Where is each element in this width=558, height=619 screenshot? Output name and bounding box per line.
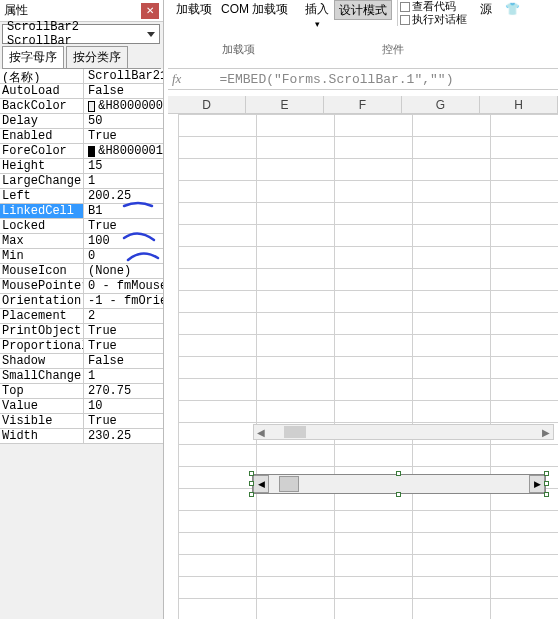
ribbon-run-dialog[interactable]: 执行对话框 — [400, 13, 467, 26]
property-row[interactable]: VisibleTrue — [0, 414, 163, 429]
object-selector-dropdown[interactable]: ScrollBar2 ScrollBar — [2, 24, 160, 44]
resize-handle[interactable] — [544, 481, 549, 486]
property-row[interactable]: Top270.75 — [0, 384, 163, 399]
property-value[interactable]: (None) — [84, 264, 163, 278]
property-value[interactable]: 1 — [84, 174, 163, 188]
property-key: Locked — [0, 219, 84, 233]
property-row[interactable]: Value10 — [0, 399, 163, 414]
property-row[interactable]: LargeChange1 — [0, 174, 163, 189]
ribbon-insert-button[interactable]: 插入▾ — [301, 0, 333, 33]
ribbon-source-button[interactable]: 源 — [476, 0, 496, 18]
property-key: Top — [0, 384, 84, 398]
fx-icon[interactable]: fx — [168, 71, 189, 87]
property-row[interactable]: Height15 — [0, 159, 163, 174]
property-value[interactable]: ScrollBar21 — [84, 69, 163, 83]
sheet-horizontal-scrollbar[interactable]: ◀ ▶ — [253, 424, 554, 440]
scrollbar-body[interactable]: ◀ ▶ — [252, 474, 546, 494]
property-key: LinkedCell — [0, 204, 84, 218]
resize-handle[interactable] — [249, 471, 254, 476]
properties-title-label: 属性 — [4, 2, 28, 19]
chevron-down-icon — [147, 32, 155, 37]
scroll-thumb[interactable] — [284, 426, 306, 438]
property-value[interactable]: 0 - fmMouseP — [84, 279, 163, 293]
property-value[interactable]: 0 — [84, 249, 163, 263]
resize-handle[interactable] — [544, 492, 549, 497]
column-headers: D E F G H — [168, 96, 558, 114]
scroll-track[interactable] — [268, 425, 539, 439]
scrollbar-right-button[interactable]: ▶ — [529, 475, 545, 493]
property-row[interactable]: SmallChange1 — [0, 369, 163, 384]
tab-categorized[interactable]: 按分类序 — [66, 46, 128, 68]
ribbon-expand-button[interactable]: 👕 — [501, 0, 524, 18]
property-row[interactable]: ShadowFalse — [0, 354, 163, 369]
scrollbar-left-button[interactable]: ◀ — [253, 475, 269, 493]
property-value[interactable]: True — [84, 129, 163, 143]
property-value[interactable]: True — [84, 414, 163, 428]
col-header[interactable]: D — [168, 96, 246, 113]
scroll-right-icon[interactable]: ▶ — [539, 425, 553, 439]
property-value[interactable]: B1 — [84, 204, 163, 218]
property-value[interactable]: True — [84, 219, 163, 233]
property-key: Enabled — [0, 129, 84, 143]
property-value[interactable]: 100 — [84, 234, 163, 248]
property-row[interactable]: BackColor&H8000000 — [0, 99, 163, 114]
resize-handle[interactable] — [396, 471, 401, 476]
resize-handle[interactable] — [396, 492, 401, 497]
property-row[interactable]: EnabledTrue — [0, 129, 163, 144]
property-row[interactable]: (名称)ScrollBar21 — [0, 69, 163, 84]
property-value[interactable]: 2 — [84, 309, 163, 323]
property-row[interactable]: LockedTrue — [0, 219, 163, 234]
property-row[interactable]: Orientation-1 - fmOrien — [0, 294, 163, 309]
property-row[interactable]: PrintObjectTrue — [0, 324, 163, 339]
property-value[interactable]: &H8000000 — [84, 99, 163, 113]
property-row[interactable]: Delay50 — [0, 114, 163, 129]
property-value[interactable]: 10 — [84, 399, 163, 413]
formula-text[interactable]: =EMBED("Forms.ScrollBar.1","") — [189, 72, 453, 87]
property-row[interactable]: AutoLoadFalse — [0, 84, 163, 99]
property-key: LargeChange — [0, 174, 84, 188]
scrollbar-track[interactable] — [269, 475, 529, 493]
ribbon-com-addin-button[interactable]: COM 加载项 — [217, 0, 292, 18]
property-value[interactable]: 200.25 — [84, 189, 163, 203]
col-header[interactable]: H — [480, 96, 558, 113]
spreadsheet-grid[interactable] — [168, 114, 558, 619]
property-row[interactable]: Min0 — [0, 249, 163, 264]
property-value[interactable]: False — [84, 84, 163, 98]
col-header[interactable]: G — [402, 96, 480, 113]
property-value[interactable]: True — [84, 339, 163, 353]
property-row[interactable]: Max100 — [0, 234, 163, 249]
ribbon-view-code[interactable]: 查看代码 — [400, 0, 467, 13]
resize-handle[interactable] — [544, 471, 549, 476]
properties-panel: 属性 ✕ ScrollBar2 ScrollBar 按字母序 按分类序 (名称)… — [0, 0, 164, 619]
property-row[interactable]: MousePointer0 - fmMouseP — [0, 279, 163, 294]
property-value[interactable]: 270.75 — [84, 384, 163, 398]
property-value[interactable]: True — [84, 324, 163, 338]
property-value[interactable]: -1 - fmOrien — [84, 294, 163, 308]
activex-scrollbar-control[interactable]: ◀ ▶ — [252, 474, 546, 494]
col-header[interactable]: E — [246, 96, 324, 113]
property-row[interactable]: Width230.25 — [0, 429, 163, 444]
resize-handle[interactable] — [249, 492, 254, 497]
property-row[interactable]: ForeColor&H8000001 — [0, 144, 163, 159]
property-row[interactable]: MouseIcon(None) — [0, 264, 163, 279]
scroll-left-icon[interactable]: ◀ — [254, 425, 268, 439]
resize-handle[interactable] — [249, 481, 254, 486]
property-value[interactable]: 230.25 — [84, 429, 163, 443]
property-row[interactable]: Left200.25 — [0, 189, 163, 204]
property-value[interactable]: 50 — [84, 114, 163, 128]
property-row[interactable]: LinkedCellB1 — [0, 204, 163, 219]
property-value[interactable]: &H8000001 — [84, 144, 163, 158]
ribbon-design-mode-button[interactable]: 设计模式 — [334, 0, 392, 20]
ribbon-group-controls: 控件 — [308, 42, 478, 57]
close-icon[interactable]: ✕ — [141, 3, 159, 19]
property-row[interactable]: Placement2 — [0, 309, 163, 324]
property-value[interactable]: 1 — [84, 369, 163, 383]
scrollbar-thumb[interactable] — [279, 476, 299, 492]
property-row[interactable]: ProportionalTTrue — [0, 339, 163, 354]
property-value[interactable]: 15 — [84, 159, 163, 173]
tab-alphabetic[interactable]: 按字母序 — [2, 46, 64, 68]
property-key: BackColor — [0, 99, 84, 113]
col-header[interactable]: F — [324, 96, 402, 113]
property-value[interactable]: False — [84, 354, 163, 368]
ribbon-addin-button[interactable]: 加载项 — [172, 0, 216, 18]
